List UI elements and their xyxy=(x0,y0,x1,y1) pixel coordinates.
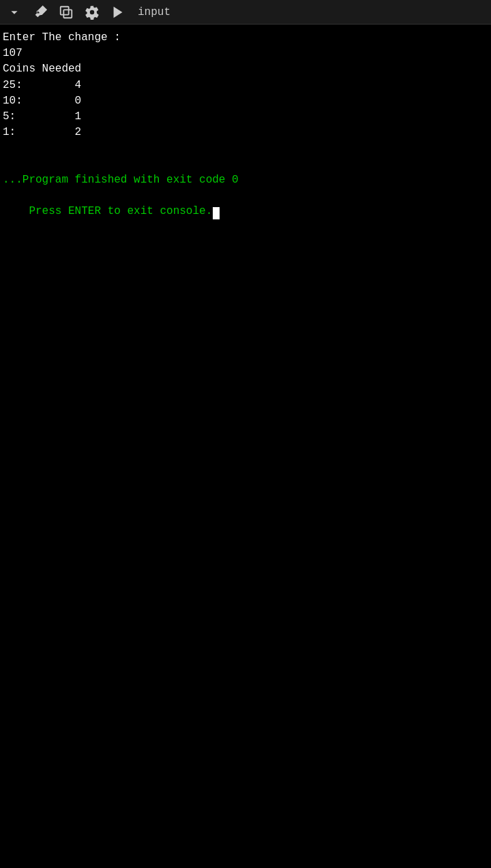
line-input-value: 107 xyxy=(3,46,488,61)
svg-rect-0 xyxy=(61,6,69,14)
line-empty1 xyxy=(3,140,488,156)
line-press-enter: Press ENTER to exit console. xyxy=(3,188,488,236)
line-prompt: Enter The change : xyxy=(3,30,488,46)
terminal-output: Enter The change : 107 Coins Needed 25: … xyxy=(0,25,491,241)
line-coins-header: Coins Needed xyxy=(3,61,488,77)
line-empty2 xyxy=(3,157,488,172)
chevron-down-icon[interactable] xyxy=(5,3,23,21)
line-1: 1: 2 xyxy=(3,125,488,140)
run-icon[interactable] xyxy=(109,3,127,21)
toolbar-title: input xyxy=(138,6,170,18)
terminal-cursor xyxy=(213,207,220,219)
gear-icon[interactable] xyxy=(83,3,101,21)
line-5: 5: 1 xyxy=(3,109,488,125)
line-finished: ...Program finished with exit code 0 xyxy=(3,172,488,188)
copy-window-icon[interactable] xyxy=(57,3,75,21)
line-25: 25: 4 xyxy=(3,78,488,93)
toolbar: input xyxy=(0,0,491,25)
pin-icon[interactable] xyxy=(31,3,49,21)
svg-rect-1 xyxy=(63,10,72,18)
line-10: 10: 0 xyxy=(3,93,488,109)
